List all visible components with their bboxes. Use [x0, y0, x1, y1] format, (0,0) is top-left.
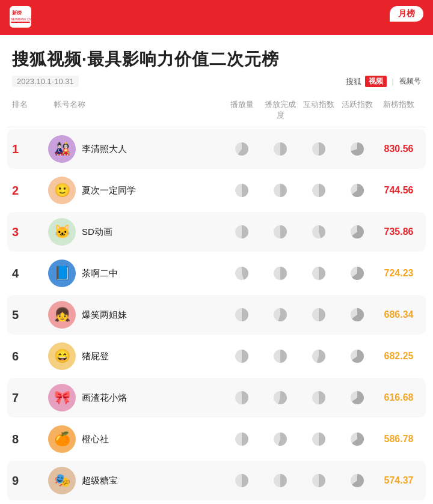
- pie-icon: [351, 267, 364, 280]
- avatar: 🎎: [48, 135, 76, 163]
- main-title: 搜狐视频·最具影响力价值二次元榜: [12, 48, 421, 71]
- completion-metric: [261, 474, 299, 487]
- col-account: 帐号名称: [48, 99, 223, 121]
- score-value: 586.78: [376, 434, 421, 445]
- account-cell: 🙂 夏次一定同学: [48, 177, 223, 204]
- svg-text:新榜: 新榜: [12, 10, 22, 16]
- pie-icon: [274, 225, 287, 238]
- col-score: 新榜指数: [376, 99, 421, 121]
- pie-icon: [351, 308, 364, 321]
- interaction-metric: [299, 184, 338, 197]
- pie-icon: [235, 142, 248, 156]
- plays-metric: [223, 391, 261, 404]
- table-row: 4 📘 茶啊二中 724.23: [7, 254, 426, 293]
- pie-icon: [235, 391, 248, 404]
- score-value: 616.68: [376, 392, 421, 403]
- avatar: 😄: [48, 342, 76, 370]
- table-container: 排名 帐号名称 播放量 播放完成度 互动指数 活跃指数 新榜指数 1 🎎 李清照…: [0, 93, 433, 504]
- col-rank: 排名: [12, 99, 48, 121]
- header: 新榜 NEWRANK.CN 月榜: [0, 0, 433, 35]
- interaction-metric: [299, 474, 338, 487]
- completion-metric: [261, 142, 299, 156]
- interaction-metric: [299, 308, 338, 321]
- activity-metric: [338, 391, 376, 404]
- activity-metric: [338, 433, 376, 446]
- table-row: 5 👧 爆笑两姐妹 686.34: [7, 295, 426, 335]
- interaction-metric: [299, 391, 338, 404]
- pie-icon: [274, 142, 287, 156]
- svg-rect-3: [11, 22, 30, 23]
- plays-metric: [223, 350, 261, 363]
- avatar: 📘: [48, 260, 76, 287]
- interaction-metric: [299, 267, 338, 280]
- interaction-metric: [299, 225, 338, 238]
- table-row: 3 🐱 SD动画 735.86: [7, 212, 426, 252]
- pie-icon: [312, 474, 325, 487]
- account-name: 爆笑两姐妹: [82, 309, 127, 321]
- pie-icon: [274, 184, 287, 197]
- plays-metric: [223, 308, 261, 321]
- pie-icon: [312, 350, 325, 363]
- activity-metric: [338, 184, 376, 197]
- pie-icon: [235, 308, 248, 321]
- completion-metric: [261, 433, 299, 446]
- activity-metric: [338, 350, 376, 363]
- pie-icon: [274, 267, 287, 280]
- pie-icon: [312, 308, 325, 321]
- account-cell: 📘 茶啊二中: [48, 260, 223, 287]
- avatar: 🐱: [48, 218, 76, 246]
- divider: |: [392, 77, 394, 86]
- account-name: 李清照大人: [82, 144, 127, 155]
- account-name: 画渣花小烙: [82, 392, 127, 404]
- avatar: 🍊: [48, 425, 76, 453]
- rank-number: 5: [12, 308, 48, 322]
- rank-number: 4: [12, 267, 48, 281]
- pie-icon: [351, 225, 364, 238]
- interaction-metric: [299, 433, 338, 446]
- pie-icon: [274, 391, 287, 404]
- pie-icon: [312, 267, 325, 280]
- table-row: 6 😄 猪屁登 682.25: [7, 336, 426, 376]
- rank-number: 3: [12, 225, 48, 239]
- plays-metric: [223, 142, 261, 156]
- logo-icon: 新榜 NEWRANK.CN: [10, 6, 31, 28]
- completion-metric: [261, 391, 299, 404]
- pie-icon: [274, 433, 287, 446]
- pie-icon: [312, 225, 325, 238]
- col-plays: 播放量: [223, 99, 261, 121]
- pie-icon: [351, 474, 364, 487]
- interaction-metric: [299, 142, 338, 156]
- col-interaction: 互动指数: [299, 99, 338, 121]
- col-activity: 活跃指数: [338, 99, 376, 121]
- avatar: 🙂: [48, 177, 76, 204]
- date-label: 2023.10.1-10.31: [12, 76, 79, 87]
- pie-icon: [351, 391, 364, 404]
- pie-icon: [312, 142, 325, 156]
- account-name: 超级糖宝: [82, 475, 118, 487]
- activity-metric: [338, 142, 376, 156]
- col-completion: 播放完成度: [261, 99, 299, 121]
- svg-text:NEWRANK.CN: NEWRANK.CN: [11, 17, 31, 21]
- pie-icon: [312, 433, 325, 446]
- interaction-metric: [299, 350, 338, 363]
- completion-metric: [261, 267, 299, 280]
- activity-metric: [338, 225, 376, 238]
- pie-icon: [274, 474, 287, 487]
- pie-icon: [235, 267, 248, 280]
- pie-icon: [274, 350, 287, 363]
- pie-icon: [235, 184, 248, 197]
- score-value: 830.56: [376, 144, 421, 154]
- account-cell: 🐱 SD动画: [48, 218, 223, 246]
- pie-icon: [235, 474, 248, 487]
- pie-icon: [235, 225, 248, 238]
- account-name: SD动画: [82, 226, 112, 238]
- completion-metric: [261, 184, 299, 197]
- completion-metric: [261, 308, 299, 321]
- pie-icon: [351, 142, 364, 156]
- rank-number: 8: [12, 433, 48, 446]
- rank-number: 6: [12, 350, 48, 363]
- rank-number: 1: [12, 142, 48, 156]
- account-name: 茶啊二中: [82, 268, 118, 279]
- score-value: 735.86: [376, 226, 421, 237]
- pie-icon: [351, 350, 364, 363]
